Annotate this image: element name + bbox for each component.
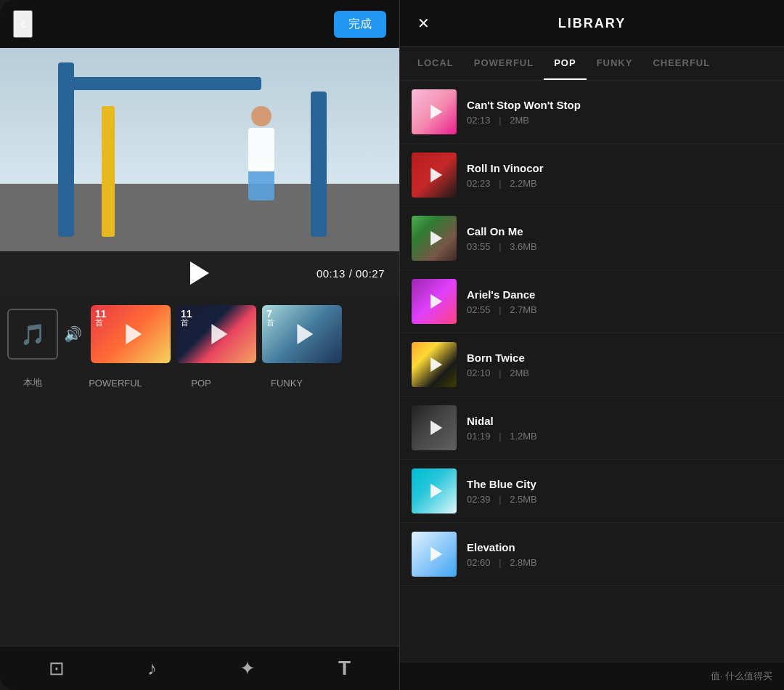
track-duration-2: 02:23 (467, 178, 491, 189)
track-info-3: Call On Me 03:55 | 3.6MB (467, 225, 772, 252)
powerful-label: POWERFUL (75, 378, 155, 389)
play-bar-right (311, 92, 327, 237)
track-meta-6: 01:19 | 1.2MB (467, 431, 772, 442)
track-item-5[interactable]: Born Twice 02:10 | 2MB (400, 333, 784, 397)
music-thumb-powerful[interactable]: 11首 (91, 305, 171, 363)
right-panel: ✕ LIBRARY LOCAL POWERFUL POP FUNKY CHEER… (399, 0, 784, 690)
play-triangle-funky (297, 324, 313, 344)
track-item-8[interactable]: Elevation 02:60 | 2.8MB (400, 523, 784, 586)
track-meta-3: 03:55 | 3.6MB (467, 241, 772, 252)
track-item-4[interactable]: Ariel's Dance 02:55 | 2.7MB (400, 270, 784, 333)
separator-2: | (499, 178, 501, 189)
tab-powerful[interactable]: POWERFUL (464, 47, 544, 80)
powerful-count: 11首 (95, 309, 107, 327)
track-info-1: Can't Stop Won't Stop 02:13 | 2MB (467, 99, 772, 126)
track-item-6[interactable]: Nidal 01:19 | 1.2MB (400, 397, 784, 460)
track-name-8: Elevation (467, 541, 772, 553)
music-thumb-funky[interactable]: 7首 (262, 305, 342, 363)
track-name-6: Nidal (467, 415, 772, 427)
child-body (248, 128, 274, 171)
separator-4: | (499, 304, 501, 315)
child-pants (248, 171, 274, 200)
track-item-3[interactable]: Call On Me 03:55 | 3.6MB (400, 207, 784, 270)
mini-play-5 (430, 357, 442, 372)
track-duration-1: 02:13 (467, 115, 491, 126)
track-size-2: 2.2MB (510, 178, 537, 189)
music-icon: ♪ (147, 657, 157, 680)
play-overlay: 00:13 / 00:27 (0, 251, 399, 295)
left-panel: ‹ 完成 00:13 / 00:27 🎵 🔊 (0, 0, 399, 690)
track-meta-7: 02:39 | 2.5MB (467, 494, 772, 505)
track-list: Can't Stop Won't Stop 02:13 | 2MB Roll I… (400, 81, 784, 662)
back-button[interactable]: ‹ (13, 10, 33, 38)
child-figure (240, 106, 283, 237)
tab-local[interactable]: LOCAL (407, 47, 464, 80)
time-display: 00:13 / 00:27 (317, 267, 385, 280)
toolbar-text[interactable]: T (338, 657, 351, 680)
track-info-2: Roll In Vinocor 02:23 | 2.2MB (467, 162, 772, 189)
track-thumb-8 (412, 532, 457, 577)
yellow-bar (102, 106, 115, 237)
track-meta-8: 02:60 | 2.8MB (467, 557, 772, 568)
music-strip: 🎵 🔊 11首 11首 7首 (0, 295, 399, 373)
track-thumb-5 (412, 342, 457, 387)
track-info-4: Ariel's Dance 02:55 | 2.7MB (467, 288, 772, 315)
tab-pop[interactable]: POP (544, 47, 586, 80)
separator-7: | (499, 494, 501, 505)
track-meta-4: 02:55 | 2.7MB (467, 304, 772, 315)
separator-8: | (499, 557, 501, 568)
toolbar-music[interactable]: ♪ (147, 657, 157, 680)
track-name-1: Can't Stop Won't Stop (467, 99, 772, 111)
text-icon: T (338, 657, 351, 680)
track-item-7[interactable]: The Blue City 02:39 | 2.5MB (400, 460, 784, 523)
mini-play-4 (430, 294, 442, 309)
done-button[interactable]: 完成 (334, 11, 386, 38)
track-size-6: 1.2MB (510, 431, 537, 442)
track-thumb-2 (412, 153, 457, 198)
pop-label: POP (161, 378, 241, 389)
track-item-1[interactable]: Can't Stop Won't Stop 02:13 | 2MB (400, 81, 784, 144)
separator-3: | (499, 241, 501, 252)
video-container: 00:13 / 00:27 (0, 48, 399, 295)
play-crossbar (58, 77, 261, 90)
track-thumb-6 (412, 405, 457, 450)
child-head (251, 106, 271, 126)
track-thumb-7 (412, 468, 457, 514)
close-button[interactable]: ✕ (415, 12, 433, 35)
mini-play-2 (430, 168, 442, 182)
track-duration-3: 03:55 (467, 241, 491, 252)
local-music-icon[interactable]: 🎵 (7, 309, 58, 360)
track-info-5: Born Twice 02:10 | 2MB (467, 352, 772, 378)
top-bar: ‹ 完成 (0, 0, 399, 48)
track-duration-7: 02:39 (467, 494, 491, 505)
track-duration-6: 01:19 (467, 431, 491, 442)
tab-cheerful[interactable]: CHEERFUL (642, 47, 720, 80)
track-name-5: Born Twice (467, 352, 772, 364)
track-info-7: The Blue City 02:39 | 2.5MB (467, 478, 772, 505)
track-thumb-4 (412, 279, 457, 324)
track-name-4: Ariel's Dance (467, 288, 772, 301)
library-header: ✕ LIBRARY (400, 0, 784, 47)
music-folder-icon: 🎵 (20, 322, 46, 346)
clips-icon: ⊡ (49, 657, 65, 680)
track-info-8: Elevation 02:60 | 2.8MB (467, 541, 772, 568)
track-name-2: Roll In Vinocor (467, 162, 772, 174)
track-size-8: 2.8MB (510, 557, 537, 568)
play-triangle-powerful (126, 324, 142, 344)
toolbar-effects[interactable]: ✦ (240, 657, 256, 680)
separator-6: | (499, 431, 501, 442)
track-duration-5: 02:10 (467, 368, 491, 378)
music-thumb-pop[interactable]: 11首 (176, 305, 256, 363)
track-size-4: 2.7MB (510, 304, 537, 315)
track-size-3: 3.6MB (510, 241, 537, 252)
track-size-5: 2MB (510, 368, 529, 378)
tab-funky[interactable]: FUNKY (587, 47, 643, 80)
track-item-2[interactable]: Roll In Vinocor 02:23 | 2.2MB (400, 144, 784, 207)
toolbar-clips[interactable]: ⊡ (49, 657, 65, 680)
funky-count: 7首 (266, 309, 274, 327)
pop-count: 11首 (181, 309, 192, 327)
track-thumb-1 (412, 89, 457, 134)
play-button[interactable] (190, 261, 209, 285)
track-name-7: The Blue City (467, 478, 772, 490)
mini-play-3 (430, 231, 442, 245)
